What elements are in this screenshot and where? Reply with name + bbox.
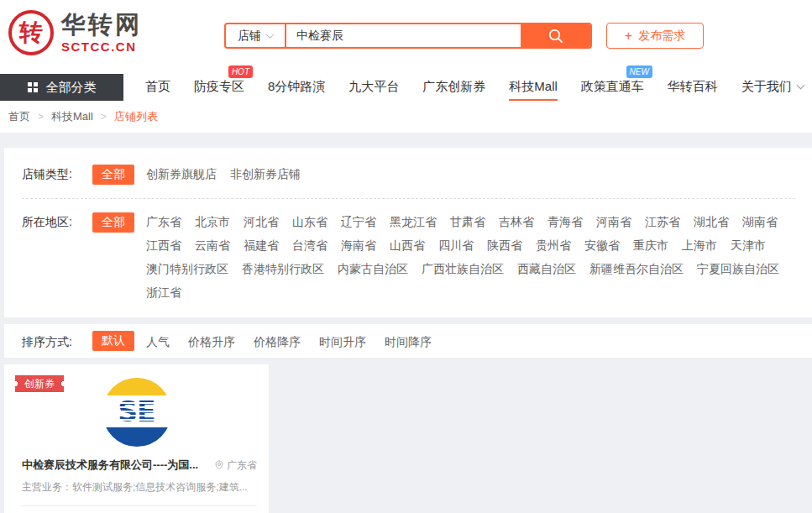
store-logo-bottom [102, 427, 171, 447]
region-option[interactable]: 澳门特别行政区 [146, 262, 228, 277]
store-logo: SE [102, 378, 171, 447]
region-option[interactable]: 宁夏回族自治区 [697, 262, 779, 277]
region-option[interactable]: 天津市 [731, 238, 766, 254]
region-option[interactable]: 北京市 [195, 215, 230, 230]
region-option[interactable]: 湖南省 [742, 215, 778, 230]
shop-type-selected-chip[interactable]: 全部 [92, 165, 134, 185]
search-category-select[interactable]: 店铺 [226, 24, 286, 47]
filter-panel: 店铺类型: 全部 创新券旗舰店非创新券店铺 所在地区: 全部 广东省北京市河北省… [4, 148, 812, 317]
store-logo-letters: SE [118, 398, 155, 426]
sort-option[interactable]: 时间升序 [319, 335, 366, 350]
breadcrumb-separator: > [101, 111, 107, 123]
nav-links: 首页 防疫专区 HOT 8分钟路演 九大平台 广东创新券 科技Mall 政策直通… [145, 74, 804, 101]
region-option[interactable]: 江西省 [146, 238, 181, 254]
store-location: 广东省 [214, 458, 257, 473]
sort-selected-chip[interactable]: 默认 [92, 331, 134, 351]
region-option[interactable]: 贵州省 [536, 238, 571, 254]
all-categories-button[interactable]: 全部分类 [0, 74, 123, 101]
region-option[interactable]: 河北省 [244, 215, 279, 230]
region-option[interactable]: 辽宁省 [341, 215, 376, 230]
region-option[interactable]: 台湾省 [292, 238, 327, 254]
region-option[interactable]: 湖北省 [694, 215, 729, 230]
store-title-row: 中检赛辰技术服务有限公司----为国... 广东省 [22, 458, 257, 473]
region-option[interactable]: 新疆维吾尔自治区 [589, 262, 684, 277]
region-option[interactable]: 广西壮族自治区 [422, 262, 504, 277]
sort-option[interactable]: 价格升序 [188, 335, 235, 350]
region-filter-row: 所在地区: 全部 广东省北京市河北省山东省辽宁省黑龙江省甘肃省吉林省青海省河南省… [22, 212, 795, 301]
publish-demand-label: 发布需求 [638, 29, 685, 44]
region-option[interactable]: 河南省 [596, 215, 631, 230]
chevron-down-icon [266, 30, 275, 39]
region-option[interactable]: 浙江省 [146, 285, 181, 301]
nav-item-gd-innovation-voucher[interactable]: 广东创新券 [422, 74, 485, 101]
region-option[interactable]: 西藏自治区 [517, 262, 576, 277]
shop-type-option[interactable]: 创新券旗舰店 [146, 167, 217, 182]
region-option[interactable]: 黑龙江省 [390, 215, 437, 230]
region-option[interactable]: 广东省 [146, 215, 181, 230]
store-logo-middle: SE [102, 395, 171, 427]
innovation-voucher-badge: 创新券 [15, 375, 64, 392]
region-option[interactable]: 海南省 [341, 238, 376, 254]
plus-icon: + [625, 29, 632, 43]
search-bar: 店铺 [224, 23, 592, 49]
nav-item-huazhuan-wiki[interactable]: 华转百科 [668, 74, 718, 101]
region-option[interactable]: 吉林省 [499, 215, 534, 230]
region-option[interactable]: 青海省 [547, 215, 583, 230]
region-option[interactable]: 山西省 [390, 238, 425, 254]
sort-option[interactable]: 价格降序 [254, 335, 301, 350]
region-option[interactable]: 云南省 [195, 238, 230, 254]
brand-domain: SCTCC.CN [61, 40, 142, 53]
nav-item-tech-mall[interactable]: 科技Mall [509, 74, 558, 101]
sort-bar: 排序方式: 默认 人气价格升序价格降序时间升序时间降序 [4, 324, 812, 358]
site-logo[interactable]: 转 华转网 SCTCC.CN [8, 10, 142, 55]
sort-option[interactable]: 时间降序 [385, 335, 432, 350]
breadcrumb-separator: > [38, 111, 44, 123]
region-option[interactable]: 陕西省 [487, 238, 522, 254]
store-card[interactable]: 创新券 SE 中检赛辰技术服务有限公司----为国... 广东省 主营业务：软件… [4, 364, 269, 513]
brand-seal-icon: 转 [8, 10, 54, 55]
region-option[interactable]: 四川省 [438, 238, 474, 254]
shop-type-options: 创新券旗舰店非创新券店铺 [146, 165, 795, 182]
region-option[interactable]: 上海市 [682, 238, 717, 254]
store-name[interactable]: 中检赛辰技术服务有限公司----为国... [22, 458, 198, 473]
breadcrumb-home[interactable]: 首页 [8, 109, 30, 124]
region-options: 广东省北京市河北省山东省辽宁省黑龙江省甘肃省吉林省青海省河南省江苏省湖北省湖南省… [146, 212, 795, 301]
region-option[interactable]: 甘肃省 [450, 215, 485, 230]
publish-demand-button[interactable]: + 发布需求 [606, 23, 704, 49]
region-option[interactable]: 香港特别行政区 [242, 262, 324, 277]
search-category-value: 店铺 [238, 29, 261, 44]
grid-icon [28, 82, 38, 92]
hot-badge: HOT [228, 65, 253, 78]
search-input[interactable] [286, 24, 521, 47]
sort-option[interactable]: 人气 [146, 335, 170, 350]
main-nav: 全部分类 首页 防疫专区 HOT 8分钟路演 九大平台 广东创新券 科技Mall… [0, 74, 812, 101]
brand-name: 华转网 [61, 13, 142, 37]
breadcrumb: 首页 > 科技Mall > 店铺列表 [0, 101, 812, 133]
region-option[interactable]: 福建省 [244, 238, 279, 254]
store-logo-top [102, 378, 171, 395]
store-location-text: 广东省 [227, 458, 257, 473]
region-selected-chip[interactable]: 全部 [92, 212, 134, 233]
header: 转 华转网 SCTCC.CN 店铺 + 发布需求 [0, 0, 812, 74]
nav-item-epidemic-zone[interactable]: 防疫专区 HOT [194, 74, 244, 101]
nav-item-8min-roadshow[interactable]: 8分钟路演 [268, 74, 325, 101]
all-categories-label: 全部分类 [46, 80, 97, 96]
new-badge: NEW [626, 65, 652, 78]
nav-item-home[interactable]: 首页 [145, 74, 170, 101]
shop-type-option[interactable]: 非创新券店铺 [230, 167, 301, 182]
shop-type-label: 店铺类型: [22, 165, 92, 182]
breadcrumb-tech-mall[interactable]: 科技Mall [51, 109, 93, 124]
sort-options: 人气价格升序价格降序时间升序时间降序 [146, 332, 812, 350]
nav-item-nine-platforms[interactable]: 九大平台 [348, 74, 399, 101]
region-option[interactable]: 山东省 [292, 215, 327, 230]
brand-text: 华转网 SCTCC.CN [61, 13, 142, 53]
region-option[interactable]: 安徽省 [584, 238, 620, 254]
region-option[interactable]: 江苏省 [645, 215, 680, 230]
region-option[interactable]: 重庆市 [633, 238, 668, 254]
search-button[interactable] [521, 24, 590, 47]
nav-item-policy-express[interactable]: 政策直通车 NEW [581, 74, 644, 101]
nav-item-about-us[interactable]: 关于我们 [741, 74, 804, 101]
region-option[interactable]: 内蒙古自治区 [338, 262, 408, 277]
store-description: 主营业务：软件测试服务;信息技术咨询服务;建筑... [22, 480, 257, 495]
card-divider [22, 505, 257, 506]
